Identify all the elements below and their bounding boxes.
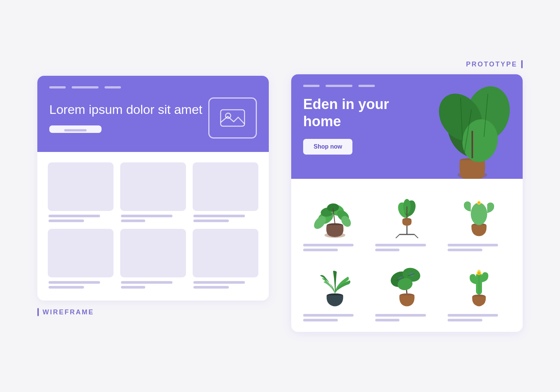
pt-card-lines-1 bbox=[302, 244, 368, 251]
svg-point-28 bbox=[471, 203, 487, 225]
pt-nav-line-3 bbox=[358, 85, 375, 87]
shop-now-button[interactable]: Shop now bbox=[303, 139, 352, 155]
pt-card-line bbox=[448, 319, 482, 321]
wf-card-line bbox=[193, 286, 229, 289]
wf-grid-item-2 bbox=[120, 162, 186, 222]
pt-card-line bbox=[303, 319, 338, 321]
wireframe-label: WIREFRAME bbox=[37, 308, 94, 316]
wf-grid-item-3 bbox=[193, 162, 258, 222]
wireframe-panel: Lorem ipsum dolor sit amet bbox=[37, 76, 269, 316]
wf-nav-lines bbox=[49, 86, 257, 88]
pt-nav-line-1 bbox=[303, 85, 320, 87]
svg-rect-0 bbox=[221, 110, 245, 126]
wf-card-line bbox=[121, 286, 145, 289]
pt-card-line bbox=[448, 244, 498, 246]
wireframe-label-bar bbox=[37, 308, 39, 316]
wf-btn-line bbox=[64, 129, 87, 131]
wf-card-lines-2 bbox=[120, 215, 186, 222]
prototype-label-bar bbox=[521, 60, 523, 68]
wf-card-lines-5 bbox=[120, 281, 186, 289]
pt-plant-item-6 bbox=[446, 258, 512, 321]
pt-card-line bbox=[448, 249, 482, 251]
wf-card-box-3 bbox=[193, 162, 258, 211]
pt-card-lines-5 bbox=[374, 314, 440, 321]
wf-card-box-6 bbox=[193, 229, 258, 277]
pt-card-line bbox=[375, 319, 399, 321]
wf-card-lines-3 bbox=[193, 215, 258, 222]
wf-card-line bbox=[193, 220, 229, 222]
wf-cta-button[interactable] bbox=[49, 125, 102, 133]
plant-svg-1 bbox=[312, 190, 357, 238]
pt-card-lines-3 bbox=[446, 244, 512, 251]
svg-line-22 bbox=[396, 234, 399, 238]
wf-card-line bbox=[121, 220, 145, 222]
wf-card-lines-1 bbox=[48, 215, 113, 222]
pt-card-line bbox=[303, 249, 338, 251]
pt-plant-img-box-3 bbox=[446, 188, 512, 240]
wf-image-placeholder bbox=[208, 97, 257, 139]
pt-card-lines-6 bbox=[446, 314, 512, 321]
pt-grid-row-1 bbox=[302, 188, 512, 251]
hero-plant-svg bbox=[429, 74, 515, 179]
wf-hero-text: Lorem ipsum dolor sit amet bbox=[49, 102, 202, 118]
wf-card-line bbox=[193, 281, 245, 284]
pt-nav-line-2 bbox=[326, 85, 352, 87]
pt-plant-img-box-1 bbox=[302, 188, 368, 240]
wireframe-label-text: WIREFRAME bbox=[43, 308, 94, 316]
pt-card-lines-4 bbox=[302, 314, 368, 321]
pt-plant-item-4 bbox=[302, 258, 368, 321]
wf-nav-line-3 bbox=[105, 86, 121, 88]
pt-grid bbox=[291, 179, 523, 332]
wf-card-box-5 bbox=[120, 229, 186, 277]
plant-svg-3 bbox=[457, 190, 501, 238]
plant-svg-5 bbox=[385, 260, 429, 308]
wf-card-line bbox=[49, 286, 84, 289]
pt-card-lines-2 bbox=[374, 244, 440, 251]
pt-card-line bbox=[375, 244, 426, 246]
wf-card-box-2 bbox=[120, 162, 186, 211]
prototype-panel: PROTOTYPE Eden in your home Shop now bbox=[291, 60, 523, 332]
pt-plant-item-2 bbox=[374, 188, 440, 251]
prototype-card: Eden in your home Shop now bbox=[291, 74, 523, 332]
pt-plant-item-3 bbox=[446, 188, 512, 251]
wf-grid-item-5 bbox=[120, 229, 186, 289]
wf-card-box-1 bbox=[48, 162, 113, 211]
svg-point-33 bbox=[478, 202, 480, 204]
svg-line-23 bbox=[414, 234, 418, 238]
pt-plant-img-box-6 bbox=[446, 258, 512, 310]
pt-card-line bbox=[375, 249, 399, 251]
hero-plant-image bbox=[429, 74, 515, 179]
wf-card-line bbox=[121, 281, 172, 284]
pt-grid-row-2 bbox=[302, 258, 512, 321]
wf-grid-item-6 bbox=[193, 229, 258, 289]
pt-card-line bbox=[375, 314, 426, 317]
wf-grid bbox=[37, 152, 269, 301]
wf-card-line bbox=[49, 281, 100, 284]
wf-card-line bbox=[49, 215, 100, 217]
wf-card-lines-6 bbox=[193, 281, 258, 289]
wf-grid-row-1 bbox=[48, 162, 258, 222]
pt-plant-img-box-4 bbox=[302, 258, 368, 310]
pt-hero-left: Eden in your home Shop now bbox=[303, 96, 400, 155]
pt-header: Eden in your home Shop now bbox=[291, 74, 523, 179]
prototype-label-text: PROTOTYPE bbox=[466, 60, 517, 68]
pt-plant-img-box-2 bbox=[374, 188, 440, 240]
pt-hero-title: Eden in your home bbox=[303, 96, 400, 130]
wf-card-line bbox=[49, 220, 84, 222]
pt-plant-item-1 bbox=[302, 188, 368, 251]
pt-plant-item-5 bbox=[374, 258, 440, 321]
wf-grid-item-4 bbox=[48, 229, 113, 289]
wf-card-lines-4 bbox=[48, 281, 113, 289]
wf-card-line bbox=[193, 215, 245, 217]
pt-card-line bbox=[303, 314, 354, 317]
prototype-label-row: PROTOTYPE bbox=[291, 60, 523, 68]
plant-svg-2 bbox=[385, 190, 429, 238]
pt-plant-img-box-5 bbox=[374, 258, 440, 310]
wf-grid-row-2 bbox=[48, 229, 258, 289]
image-icon bbox=[220, 107, 246, 129]
wf-card-line bbox=[121, 215, 172, 217]
wf-card-box-4 bbox=[48, 229, 113, 277]
wf-header: Lorem ipsum dolor sit amet bbox=[37, 76, 269, 152]
wireframe-card: Lorem ipsum dolor sit amet bbox=[37, 76, 269, 301]
wf-nav-line-2 bbox=[72, 86, 99, 88]
